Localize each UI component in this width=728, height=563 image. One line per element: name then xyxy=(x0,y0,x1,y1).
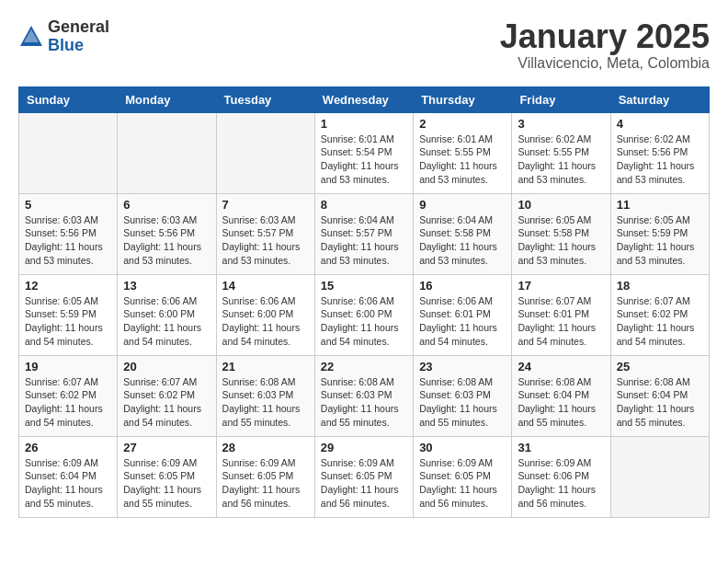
calendar-cell: 15Sunrise: 6:06 AM Sunset: 6:00 PM Dayli… xyxy=(314,274,413,355)
calendar-cell: 26Sunrise: 6:09 AM Sunset: 6:04 PM Dayli… xyxy=(19,436,118,517)
day-info: Sunrise: 6:07 AM Sunset: 6:02 PM Dayligh… xyxy=(123,375,210,430)
logo-blue: Blue xyxy=(48,37,109,55)
day-info: Sunrise: 6:09 AM Sunset: 6:05 PM Dayligh… xyxy=(222,456,309,511)
calendar-cell xyxy=(118,112,216,193)
calendar-cell: 4Sunrise: 6:02 AM Sunset: 5:56 PM Daylig… xyxy=(610,112,709,193)
day-info: Sunrise: 6:03 AM Sunset: 5:56 PM Dayligh… xyxy=(123,213,210,268)
day-number: 4 xyxy=(617,117,703,131)
calendar-week-row: 19Sunrise: 6:07 AM Sunset: 6:02 PM Dayli… xyxy=(19,355,710,436)
day-number: 27 xyxy=(123,441,210,454)
day-number: 28 xyxy=(222,441,309,454)
day-number: 9 xyxy=(419,198,506,212)
day-info: Sunrise: 6:05 AM Sunset: 5:58 PM Dayligh… xyxy=(518,213,604,268)
calendar-cell: 7Sunrise: 6:03 AM Sunset: 5:57 PM Daylig… xyxy=(216,193,314,274)
calendar-cell: 28Sunrise: 6:09 AM Sunset: 6:05 PM Dayli… xyxy=(216,436,314,517)
day-info: Sunrise: 6:07 AM Sunset: 6:02 PM Dayligh… xyxy=(25,375,111,430)
day-number: 23 xyxy=(419,360,506,373)
day-number: 22 xyxy=(321,360,407,373)
calendar-cell xyxy=(216,112,314,193)
day-info: Sunrise: 6:07 AM Sunset: 6:01 PM Dayligh… xyxy=(518,294,604,349)
calendar-cell: 23Sunrise: 6:08 AM Sunset: 6:03 PM Dayli… xyxy=(414,355,512,436)
calendar-cell: 5Sunrise: 6:03 AM Sunset: 5:56 PM Daylig… xyxy=(19,193,118,274)
day-number: 11 xyxy=(617,198,703,212)
day-info: Sunrise: 6:06 AM Sunset: 6:00 PM Dayligh… xyxy=(123,294,210,349)
calendar-cell: 9Sunrise: 6:04 AM Sunset: 5:58 PM Daylig… xyxy=(414,193,512,274)
day-number: 21 xyxy=(222,360,309,373)
day-info: Sunrise: 6:06 AM Sunset: 6:00 PM Dayligh… xyxy=(321,294,407,349)
day-number: 14 xyxy=(222,279,309,293)
day-info: Sunrise: 6:05 AM Sunset: 5:59 PM Dayligh… xyxy=(25,294,111,349)
weekday-header: Monday xyxy=(118,86,216,112)
day-info: Sunrise: 6:08 AM Sunset: 6:03 PM Dayligh… xyxy=(419,375,506,430)
day-number: 8 xyxy=(321,198,407,212)
day-info: Sunrise: 6:01 AM Sunset: 5:55 PM Dayligh… xyxy=(419,132,506,187)
logo-general: General xyxy=(48,18,109,37)
logo-icon xyxy=(18,24,44,50)
day-number: 24 xyxy=(518,360,604,373)
calendar-cell: 18Sunrise: 6:07 AM Sunset: 6:02 PM Dayli… xyxy=(610,274,709,355)
calendar-cell xyxy=(610,436,709,517)
day-info: Sunrise: 6:06 AM Sunset: 6:01 PM Dayligh… xyxy=(419,294,506,349)
location: Villavicencio, Meta, Colombia xyxy=(500,55,710,72)
calendar-cell: 29Sunrise: 6:09 AM Sunset: 6:05 PM Dayli… xyxy=(314,436,413,517)
calendar-week-row: 12Sunrise: 6:05 AM Sunset: 5:59 PM Dayli… xyxy=(19,274,710,355)
day-info: Sunrise: 6:09 AM Sunset: 6:04 PM Dayligh… xyxy=(25,456,111,511)
weekday-header: Sunday xyxy=(19,86,118,112)
day-info: Sunrise: 6:09 AM Sunset: 6:05 PM Dayligh… xyxy=(321,456,407,511)
weekday-header: Saturday xyxy=(610,86,709,112)
day-number: 18 xyxy=(617,279,703,293)
day-info: Sunrise: 6:08 AM Sunset: 6:04 PM Dayligh… xyxy=(518,375,604,430)
day-info: Sunrise: 6:02 AM Sunset: 5:56 PM Dayligh… xyxy=(617,132,703,187)
day-info: Sunrise: 6:08 AM Sunset: 6:04 PM Dayligh… xyxy=(617,375,703,430)
calendar-cell: 10Sunrise: 6:05 AM Sunset: 5:58 PM Dayli… xyxy=(512,193,610,274)
day-number: 19 xyxy=(25,360,111,373)
day-info: Sunrise: 6:04 AM Sunset: 5:58 PM Dayligh… xyxy=(419,213,506,268)
day-number: 31 xyxy=(518,441,604,454)
calendar-cell: 2Sunrise: 6:01 AM Sunset: 5:55 PM Daylig… xyxy=(414,112,512,193)
calendar-cell: 12Sunrise: 6:05 AM Sunset: 5:59 PM Dayli… xyxy=(19,274,118,355)
day-info: Sunrise: 6:06 AM Sunset: 6:00 PM Dayligh… xyxy=(222,294,309,349)
calendar-cell: 27Sunrise: 6:09 AM Sunset: 6:05 PM Dayli… xyxy=(118,436,216,517)
calendar-cell: 6Sunrise: 6:03 AM Sunset: 5:56 PM Daylig… xyxy=(118,193,216,274)
day-number: 5 xyxy=(25,198,111,212)
logo-text: General Blue xyxy=(48,18,109,55)
calendar-week-row: 5Sunrise: 6:03 AM Sunset: 5:56 PM Daylig… xyxy=(19,193,710,274)
day-info: Sunrise: 6:04 AM Sunset: 5:57 PM Dayligh… xyxy=(321,213,407,268)
day-info: Sunrise: 6:03 AM Sunset: 5:56 PM Dayligh… xyxy=(25,213,111,268)
day-info: Sunrise: 6:03 AM Sunset: 5:57 PM Dayligh… xyxy=(222,213,309,268)
calendar-cell: 19Sunrise: 6:07 AM Sunset: 6:02 PM Dayli… xyxy=(19,355,118,436)
day-info: Sunrise: 6:01 AM Sunset: 5:54 PM Dayligh… xyxy=(321,132,407,187)
weekday-header: Friday xyxy=(512,86,610,112)
calendar-cell: 24Sunrise: 6:08 AM Sunset: 6:04 PM Dayli… xyxy=(512,355,610,436)
calendar-cell: 11Sunrise: 6:05 AM Sunset: 5:59 PM Dayli… xyxy=(610,193,709,274)
calendar-cell: 17Sunrise: 6:07 AM Sunset: 6:01 PM Dayli… xyxy=(512,274,610,355)
day-number: 10 xyxy=(518,198,604,212)
page-header: General Blue January 2025 Villavicencio,… xyxy=(18,18,710,72)
calendar-cell: 3Sunrise: 6:02 AM Sunset: 5:55 PM Daylig… xyxy=(512,112,610,193)
calendar: SundayMondayTuesdayWednesdayThursdayFrid… xyxy=(18,86,710,518)
day-info: Sunrise: 6:05 AM Sunset: 5:59 PM Dayligh… xyxy=(617,213,703,268)
calendar-cell: 20Sunrise: 6:07 AM Sunset: 6:02 PM Dayli… xyxy=(118,355,216,436)
day-number: 25 xyxy=(617,360,703,373)
day-number: 30 xyxy=(419,441,506,454)
calendar-cell: 30Sunrise: 6:09 AM Sunset: 6:05 PM Dayli… xyxy=(414,436,512,517)
logo: General Blue xyxy=(18,18,109,55)
calendar-cell: 13Sunrise: 6:06 AM Sunset: 6:00 PM Dayli… xyxy=(118,274,216,355)
month-title: January 2025 xyxy=(500,18,710,55)
calendar-cell: 31Sunrise: 6:09 AM Sunset: 6:06 PM Dayli… xyxy=(512,436,610,517)
weekday-header: Wednesday xyxy=(314,86,413,112)
day-info: Sunrise: 6:08 AM Sunset: 6:03 PM Dayligh… xyxy=(222,375,309,430)
calendar-cell: 21Sunrise: 6:08 AM Sunset: 6:03 PM Dayli… xyxy=(216,355,314,436)
calendar-week-row: 26Sunrise: 6:09 AM Sunset: 6:04 PM Dayli… xyxy=(19,436,710,517)
day-number: 6 xyxy=(123,198,210,212)
day-number: 17 xyxy=(518,279,604,293)
day-info: Sunrise: 6:07 AM Sunset: 6:02 PM Dayligh… xyxy=(617,294,703,349)
day-info: Sunrise: 6:08 AM Sunset: 6:03 PM Dayligh… xyxy=(321,375,407,430)
weekday-header-row: SundayMondayTuesdayWednesdayThursdayFrid… xyxy=(19,86,710,112)
day-number: 12 xyxy=(25,279,111,293)
calendar-cell: 1Sunrise: 6:01 AM Sunset: 5:54 PM Daylig… xyxy=(314,112,413,193)
day-number: 29 xyxy=(321,441,407,454)
day-info: Sunrise: 6:09 AM Sunset: 6:06 PM Dayligh… xyxy=(518,456,604,511)
calendar-cell: 25Sunrise: 6:08 AM Sunset: 6:04 PM Dayli… xyxy=(610,355,709,436)
day-number: 16 xyxy=(419,279,506,293)
